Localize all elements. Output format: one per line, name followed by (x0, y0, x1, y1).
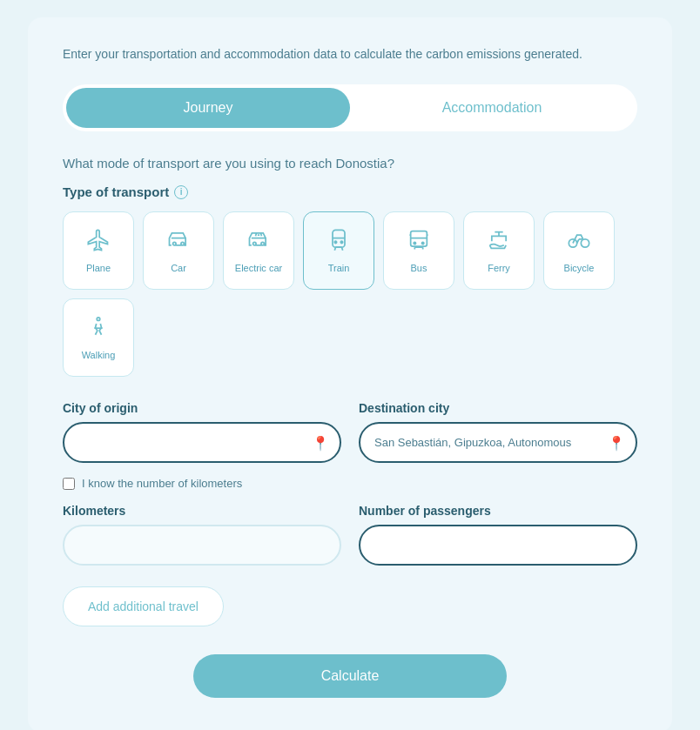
transport-walking[interactable]: Walking (63, 298, 134, 377)
km-checkbox-row: I know the number of kilometers (63, 477, 637, 490)
svg-point-5 (422, 242, 424, 244)
plane-icon (86, 228, 111, 256)
city-of-origin-input[interactable] (63, 422, 341, 463)
tab-journey[interactable]: Journey (66, 88, 350, 128)
origin-location-icon: 📍 (312, 434, 329, 451)
description-text: Enter your transportation and accommodat… (63, 45, 637, 64)
passengers-input[interactable] (359, 525, 637, 566)
city-of-origin-wrapper: 📍 (63, 422, 341, 463)
tab-accommodation[interactable]: Accommodation (350, 88, 634, 128)
destination-city-wrapper: 📍 (359, 422, 637, 463)
car-label: Car (171, 263, 186, 273)
svg-point-1 (334, 241, 336, 243)
walking-label: Walking (82, 350, 116, 360)
destination-city-group: Destination city 📍 (359, 401, 637, 463)
transport-ferry[interactable]: Ferry (463, 211, 535, 290)
transport-train[interactable]: Train (303, 211, 374, 290)
destination-city-input[interactable] (359, 422, 637, 463)
km-passengers-row: Kilometers Number of passengers (63, 504, 637, 566)
add-travel-button[interactable]: Add additional travel (63, 586, 224, 626)
kilometers-input[interactable] (63, 525, 341, 566)
ferry-icon (487, 228, 511, 256)
passengers-group: Number of passengers (359, 504, 637, 566)
city-of-origin-label: City of origin (63, 401, 341, 415)
electric-car-label: Electric car (235, 263, 282, 273)
electric-car-icon (246, 228, 271, 256)
passengers-label: Number of passengers (359, 504, 637, 518)
walking-icon (86, 315, 111, 343)
bus-label: Bus (411, 263, 427, 273)
city-of-origin-group: City of origin 📍 (63, 401, 341, 463)
svg-point-4 (414, 242, 415, 244)
bicycle-label: Bicycle (564, 263, 595, 273)
transport-section-label: Type of transport i (63, 184, 637, 199)
info-icon[interactable]: i (174, 185, 188, 199)
bicycle-icon (567, 228, 591, 256)
transport-bus[interactable]: Bus (383, 211, 454, 290)
destination-location-icon: 📍 (608, 434, 625, 451)
svg-point-8 (97, 318, 100, 321)
origin-destination-row: City of origin 📍 Destination city 📍 (63, 401, 637, 463)
transport-bicycle[interactable]: Bicycle (543, 211, 615, 290)
main-container: Enter your transportation and accommodat… (28, 17, 672, 730)
transport-question: What mode of transport are you using to … (63, 156, 637, 171)
transport-car[interactable]: Car (143, 211, 214, 290)
svg-point-7 (581, 239, 589, 247)
plane-label: Plane (86, 263, 111, 273)
tab-bar: Journey Accommodation (63, 84, 637, 131)
destination-city-label: Destination city (359, 401, 637, 415)
calculate-button[interactable]: Calculate (193, 654, 507, 698)
passengers-wrapper (359, 525, 637, 566)
transport-options-group: Plane Car Electric car Train Bus (63, 211, 637, 377)
ferry-label: Ferry (488, 263, 510, 273)
transport-plane[interactable]: Plane (63, 211, 134, 290)
km-checkbox-label[interactable]: I know the number of kilometers (82, 477, 242, 490)
transport-electric-car[interactable]: Electric car (223, 211, 294, 290)
train-label: Train (328, 263, 350, 273)
kilometers-group: Kilometers (63, 504, 341, 566)
km-checkbox[interactable] (63, 478, 75, 490)
kilometers-label: Kilometers (63, 504, 341, 518)
train-icon (326, 228, 351, 256)
kilometers-wrapper (63, 525, 341, 566)
svg-point-2 (340, 241, 342, 243)
car-icon (166, 228, 191, 256)
bus-icon (407, 228, 431, 256)
